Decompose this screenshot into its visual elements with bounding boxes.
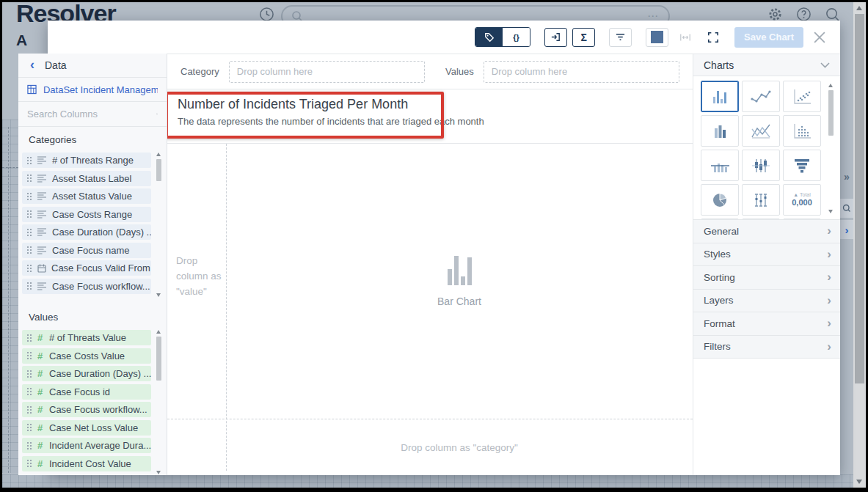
category-drop-target[interactable]: Drop column here bbox=[229, 61, 425, 83]
chart-type-boxplot[interactable] bbox=[742, 184, 780, 216]
section-filters[interactable]: Filters › bbox=[693, 336, 840, 359]
value-column-item[interactable]: # Case Net Loss Value bbox=[22, 420, 151, 436]
scroll-up-icon[interactable] bbox=[856, 6, 862, 10]
scrollbar-thumb[interactable] bbox=[855, 14, 864, 383]
drag-handle-icon[interactable] bbox=[26, 459, 32, 468]
chart-grid-scrollbar[interactable] bbox=[828, 84, 834, 213]
scrollbar-thumb[interactable] bbox=[156, 337, 161, 381]
chart-title[interactable]: Number of Incidents Triaged Per Month bbox=[178, 97, 682, 112]
drag-handle-icon[interactable] bbox=[26, 334, 32, 342]
dataset-link[interactable]: DataSet Incident Managem... bbox=[18, 78, 167, 102]
chart-type-line[interactable] bbox=[742, 81, 780, 112]
value-dropzone[interactable]: Drop column as "value" bbox=[176, 254, 223, 300]
fit-width-button[interactable] bbox=[674, 28, 696, 47]
category-column-item[interactable]: Case Costs Range bbox=[22, 207, 151, 222]
scroll-down-icon[interactable] bbox=[156, 293, 161, 297]
chart-subtitle[interactable]: The data represents the number of incide… bbox=[178, 116, 682, 127]
category-column-item[interactable]: Case Focus name bbox=[22, 243, 151, 258]
category-dropzone[interactable]: Drop column as "category" bbox=[167, 419, 693, 475]
chart-type-scatter[interactable] bbox=[783, 81, 821, 112]
drag-handle-icon[interactable] bbox=[26, 228, 32, 237]
header-search-icon[interactable] bbox=[825, 7, 840, 22]
chart-type-more-2[interactable] bbox=[742, 219, 780, 219]
chart-type-column[interactable] bbox=[701, 115, 739, 147]
clock-icon[interactable] bbox=[259, 7, 274, 22]
scroll-up-icon[interactable] bbox=[156, 153, 161, 156]
window-scrollbar[interactable] bbox=[853, 2, 866, 488]
chart-type-kpi[interactable]: ▲ Total 0,000 bbox=[783, 184, 821, 216]
gear-icon[interactable] bbox=[767, 7, 783, 22]
value-column-item[interactable]: # Case Duration (Days) ... bbox=[22, 366, 151, 381]
chart-type-more-3[interactable] bbox=[783, 219, 821, 219]
scroll-down-icon[interactable] bbox=[856, 480, 862, 484]
value-column-item[interactable]: # Case Costs Value bbox=[22, 348, 151, 364]
chart-type-more-1[interactable] bbox=[701, 219, 739, 219]
drag-handle-icon[interactable] bbox=[26, 351, 32, 360]
data-panel-back[interactable]: ‹ Data bbox=[18, 54, 167, 78]
values-drop-target[interactable]: Drop column here bbox=[484, 61, 679, 83]
back-chevron-icon[interactable]: ‹ bbox=[30, 57, 34, 73]
chart-type-bar[interactable] bbox=[701, 81, 739, 112]
chart-type-funnel[interactable] bbox=[783, 150, 821, 181]
chevron-down-icon[interactable] bbox=[820, 62, 830, 68]
drag-handle-icon[interactable] bbox=[26, 405, 32, 414]
save-chart-button[interactable]: Save Chart bbox=[734, 27, 803, 48]
scroll-down-icon[interactable] bbox=[828, 210, 833, 213]
rail-expand-button[interactable]: › bbox=[840, 220, 853, 239]
scroll-up-icon[interactable] bbox=[828, 84, 833, 87]
category-column-item[interactable]: Case Duration (Days) ... bbox=[22, 224, 151, 240]
scroll-up-icon[interactable] bbox=[156, 330, 161, 334]
value-column-item[interactable]: # Case Focus workflow... bbox=[22, 402, 151, 417]
category-column-item[interactable]: Case Focus workflow... bbox=[22, 279, 151, 294]
scroll-down-icon[interactable] bbox=[156, 471, 161, 474]
search-columns-input[interactable] bbox=[27, 109, 156, 120]
category-column-item[interactable]: Asset Status Label bbox=[22, 171, 151, 186]
section-sorting[interactable]: Sorting › bbox=[693, 266, 840, 290]
sort-lines-button[interactable] bbox=[609, 28, 632, 47]
category-column-item[interactable]: Case Focus Valid From bbox=[22, 260, 151, 276]
drag-handle-icon[interactable] bbox=[26, 156, 32, 165]
collapse-panel-icon[interactable]: » bbox=[840, 171, 853, 183]
help-icon[interactable] bbox=[796, 7, 812, 22]
section-styles[interactable]: Styles › bbox=[693, 243, 840, 267]
categories-scrollbar[interactable] bbox=[156, 153, 162, 297]
value-column-item[interactable]: # Incident Average Dura... bbox=[22, 438, 151, 453]
drag-handle-icon[interactable] bbox=[26, 192, 32, 201]
drag-handle-icon[interactable] bbox=[26, 246, 32, 254]
close-modal-button[interactable] bbox=[814, 32, 825, 43]
section-layers[interactable]: Layers › bbox=[693, 290, 840, 313]
drag-handle-icon[interactable] bbox=[26, 174, 32, 183]
aggregate-button[interactable]: Σ bbox=[572, 28, 595, 47]
drag-handle-icon[interactable] bbox=[26, 441, 32, 450]
chart-type-point-column[interactable] bbox=[783, 115, 821, 147]
scrollbar-thumb[interactable] bbox=[156, 159, 161, 181]
chart-type-pie[interactable] bbox=[701, 184, 739, 216]
braces-mode-button[interactable]: {} bbox=[503, 28, 530, 46]
drag-handle-icon[interactable] bbox=[26, 282, 32, 290]
chart-type-bar-line[interactable] bbox=[701, 150, 739, 181]
section-general[interactable]: General › bbox=[693, 220, 840, 243]
value-column-item[interactable]: # Incident Cost Value bbox=[22, 456, 151, 471]
values-scrollbar[interactable] bbox=[156, 330, 162, 474]
section-format[interactable]: Format › bbox=[693, 312, 840, 336]
color-swatch bbox=[651, 31, 663, 43]
rail-search-button[interactable] bbox=[840, 199, 853, 218]
value-column-item[interactable]: # # of Threats Value bbox=[22, 330, 151, 345]
tag-mode-button[interactable] bbox=[475, 28, 503, 46]
chart-type-area[interactable] bbox=[742, 115, 780, 147]
drag-handle-icon[interactable] bbox=[26, 423, 32, 432]
fullscreen-button[interactable] bbox=[701, 28, 724, 47]
drag-handle-icon[interactable] bbox=[26, 387, 32, 396]
pivot-button[interactable] bbox=[544, 28, 567, 47]
drag-handle-icon[interactable] bbox=[26, 210, 32, 219]
chart-type-candlestick[interactable] bbox=[742, 150, 780, 181]
scrollbar-thumb[interactable] bbox=[828, 90, 834, 136]
category-column-item[interactable]: Asset Status Value bbox=[22, 188, 151, 204]
numeric-column-icon: # bbox=[37, 386, 44, 397]
charts-panel-header[interactable]: Charts bbox=[693, 54, 840, 76]
drag-handle-icon[interactable] bbox=[26, 370, 32, 378]
drag-handle-icon[interactable] bbox=[26, 264, 32, 273]
color-picker-button[interactable] bbox=[646, 28, 668, 47]
category-column-item[interactable]: # of Threats Range bbox=[22, 153, 151, 168]
value-column-item[interactable]: # Case Focus id bbox=[22, 384, 151, 400]
